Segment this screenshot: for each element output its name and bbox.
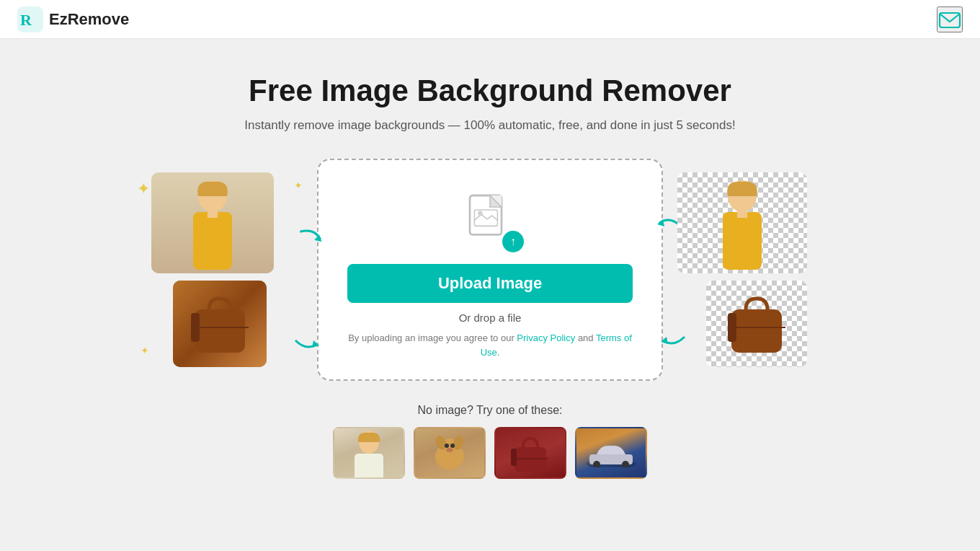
svg-rect-25 xyxy=(355,454,383,477)
sample-thumb[interactable] xyxy=(333,427,405,479)
mail-icon xyxy=(938,8,961,31)
mail-button[interactable] xyxy=(937,6,963,32)
svg-rect-18 xyxy=(723,212,762,270)
header: R EzRemove xyxy=(0,0,980,39)
main-content: Free Image Background Remover Instantly … xyxy=(0,39,980,508)
terms-prefix: By uploading an image you agree to our xyxy=(348,332,517,343)
svg-marker-10 xyxy=(312,340,319,348)
svg-rect-7 xyxy=(195,309,245,353)
sample-section: No image? Try one of these: xyxy=(333,404,647,479)
svg-rect-4 xyxy=(193,212,232,270)
sample-label: No image? Try one of these: xyxy=(333,404,647,417)
svg-rect-19 xyxy=(737,211,747,218)
sparkle-icon: ✦ xyxy=(137,180,150,198)
terms-period: . xyxy=(497,347,500,358)
svg-point-15 xyxy=(478,211,482,216)
svg-marker-20 xyxy=(661,337,668,344)
sparkle-icon: ✦ xyxy=(141,345,149,356)
svg-rect-21 xyxy=(731,309,782,353)
arrow-icon xyxy=(659,330,688,356)
arrow-icon xyxy=(292,333,321,360)
page-title: Free Image Background Remover xyxy=(249,74,731,108)
privacy-policy-link[interactable]: Privacy Policy xyxy=(517,332,575,343)
terms-and: and xyxy=(578,332,596,343)
svg-rect-34 xyxy=(511,449,517,466)
sparkle-icon: ✦ xyxy=(294,180,303,191)
sample-images-list xyxy=(333,427,647,479)
upload-icon-area: ↑ xyxy=(458,186,522,251)
terms-text: By uploading an image you agree to our P… xyxy=(347,331,633,359)
svg-point-31 xyxy=(450,444,455,448)
svg-point-32 xyxy=(446,448,453,452)
logo-icon: R xyxy=(17,6,43,32)
svg-rect-5 xyxy=(208,211,218,218)
page-subtitle: Instantly remove image backgrounds — 100… xyxy=(244,118,735,133)
logo-text: EzRemove xyxy=(49,10,129,29)
sample-thumb[interactable] xyxy=(575,427,647,479)
upload-button[interactable]: Upload Image xyxy=(347,264,633,303)
sample-thumb[interactable] xyxy=(494,427,566,479)
svg-point-30 xyxy=(445,444,449,448)
upload-dropzone[interactable]: ↑ Upload Image Or drop a file By uploadi… xyxy=(317,159,663,381)
before-image-top xyxy=(151,172,274,273)
svg-marker-6 xyxy=(314,234,324,244)
demo-after xyxy=(663,172,850,367)
center-row: ✦ ✦ ✦ xyxy=(58,159,922,381)
before-image-bottom xyxy=(173,281,267,367)
svg-text:R: R xyxy=(20,11,32,29)
after-image-bottom xyxy=(706,281,807,367)
svg-rect-33 xyxy=(514,447,546,472)
sample-thumb[interactable] xyxy=(414,427,486,479)
upload-arrow-icon: ↑ xyxy=(502,231,524,252)
drop-text: Or drop a file xyxy=(459,312,522,324)
after-image-top xyxy=(677,172,807,273)
logo[interactable]: R EzRemove xyxy=(17,6,129,32)
demo-before: ✦ ✦ ✦ xyxy=(130,172,317,367)
